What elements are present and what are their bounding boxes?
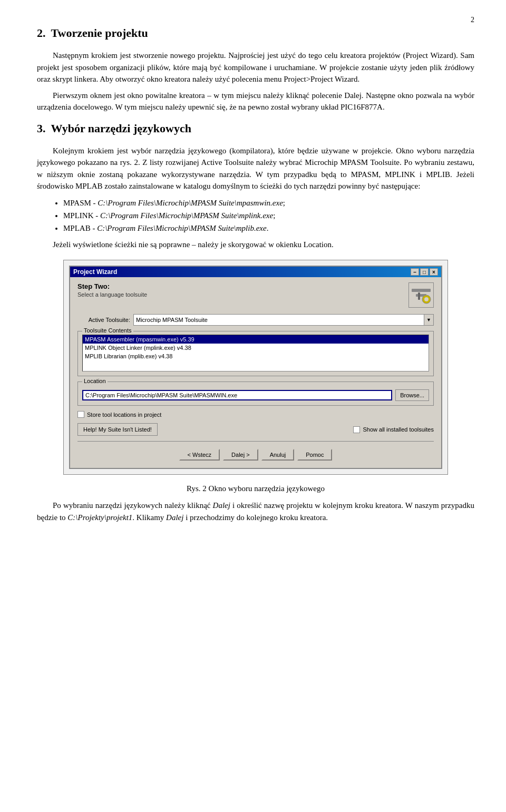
titlebar: Project Wizard – □ × xyxy=(70,267,441,277)
list-item: MPLAB - C:\Program Files\Microchip\MPASM… xyxy=(63,222,474,234)
titlebar-buttons: – □ × xyxy=(411,268,438,276)
location-input[interactable] xyxy=(82,390,392,400)
show-all-checkbox[interactable] xyxy=(353,426,360,433)
list-item: MPASM - C:\Program Files\Microchip\MPASM… xyxy=(63,197,474,209)
store-checkbox[interactable] xyxy=(77,411,84,418)
section3-p1: Kolejnym krokiem jest wybór narzędzia ję… xyxy=(37,145,474,192)
toolsuite-selected-value: Microchip MPASM Toolsuite xyxy=(134,317,424,323)
bullet3-label: MPLAB - C:\Program Files\Microchip\MPASM… xyxy=(63,224,268,232)
show-all-label: Show all installed toolsuites xyxy=(363,426,434,433)
toolsuite-listbox[interactable]: MPASM Assembler (mpasmwin.exe) v5.39 MPL… xyxy=(82,335,429,371)
section3-p3: Po wybraniu narzędzi językowych należy k… xyxy=(37,500,474,523)
close-button[interactable]: × xyxy=(430,268,438,276)
active-toolsuite-label: Active Toolsuite: xyxy=(77,317,130,323)
svg-point-3 xyxy=(424,297,429,301)
section-2-number: 2. xyxy=(37,26,46,40)
section-2-title: Tworzenie projektu xyxy=(51,26,148,40)
figure-container: Project Wizard – □ × Step Two: Select a … xyxy=(63,260,448,475)
store-checkbox-row: Store tool locations in project xyxy=(77,411,434,418)
list-item[interactable]: MPLIB Librarian (mplib.exe) v4.38 xyxy=(83,352,429,360)
next-button[interactable]: Dalej > xyxy=(223,449,258,461)
list-item[interactable]: MPLINK Object Linker (mplink.exe) v4.38 xyxy=(83,344,429,352)
tools-icon xyxy=(411,285,432,306)
toolsuite-group-title: Toolsuite Contents xyxy=(82,327,133,334)
step-sub: Select a language toolsuite xyxy=(77,291,147,298)
list-item[interactable]: MPASM Assembler (mpasmwin.exe) v5.39 xyxy=(83,335,429,344)
toolsuite-contents-group: Toolsuite Contents MPASM Assembler (mpas… xyxy=(77,331,434,376)
section2-p2: Pierwszym oknem jest okno powitalne krea… xyxy=(37,90,474,113)
store-checkbox-label: Store tool locations in project xyxy=(87,412,161,418)
wizard-body: Step Two: Select a language toolsuite xyxy=(70,277,441,468)
maximize-button[interactable]: □ xyxy=(420,268,429,276)
help-button[interactable]: Pomoc xyxy=(297,449,332,461)
toolsuite-dropdown[interactable]: Microchip MPASM Toolsuite ▼ xyxy=(133,314,434,326)
section-3-number: 3. xyxy=(37,122,46,135)
location-group: Location Browse... xyxy=(77,381,434,406)
location-group-title: Location xyxy=(82,378,108,384)
step-label: Step Two: xyxy=(77,282,147,290)
section2-p1: Następnym krokiem jest stworzenie nowego… xyxy=(37,50,474,85)
show-all-row: Show all installed toolsuites xyxy=(353,426,434,433)
wizard-footer: < Wstecz Dalej > Anuluj Pomoc xyxy=(77,446,434,461)
wizard-step-info: Step Two: Select a language toolsuite xyxy=(77,282,147,298)
minimize-button[interactable]: – xyxy=(411,268,419,276)
section-2: 2. Tworzenie projektu Następnym krokiem … xyxy=(37,26,474,113)
dropdown-arrow-icon[interactable]: ▼ xyxy=(424,315,433,325)
active-toolsuite-row: Active Toolsuite: Microchip MPASM Toolsu… xyxy=(77,314,434,326)
list-item: MPLINK - C:\Program Files\Microchip\MPAS… xyxy=(63,209,474,222)
divider xyxy=(77,441,434,442)
browse-button[interactable]: Browse... xyxy=(395,389,429,401)
svg-rect-0 xyxy=(412,289,431,292)
wizard-header: Step Two: Select a language toolsuite xyxy=(77,282,434,308)
wizard-icon xyxy=(408,282,434,308)
middle-row: Help! My Suite Isn't Listed! Show all in… xyxy=(77,423,434,436)
location-row: Browse... xyxy=(82,389,429,401)
cancel-button[interactable]: Anuluj xyxy=(261,449,295,461)
titlebar-title: Project Wizard xyxy=(73,268,117,276)
section-3: 3. Wybór narzędzi językowych Kolejnym kr… xyxy=(37,122,474,251)
bullet1-label: MPASM - C:\Program Files\Microchip\MPASM… xyxy=(63,199,285,207)
back-button[interactable]: < Wstecz xyxy=(179,449,220,461)
figure-caption: Rys. 2 Okno wyboru narzędzia językowego xyxy=(37,484,474,493)
path-list: MPASM - C:\Program Files\Microchip\MPASM… xyxy=(63,197,474,234)
section3-p2: Jeżeli wyświetlone ścieżki nie są popraw… xyxy=(37,239,474,251)
svg-rect-4 xyxy=(418,292,420,300)
section-3-title: Wybór narzędzi językowych xyxy=(51,122,191,135)
bullet2-label: MPLINK - C:\Program Files\Microchip\MPAS… xyxy=(63,211,275,220)
page-number: 2 xyxy=(471,16,474,24)
project-wizard-window: Project Wizard – □ × Step Two: Select a … xyxy=(69,266,442,469)
suite-not-listed-button[interactable]: Help! My Suite Isn't Listed! xyxy=(77,423,158,436)
